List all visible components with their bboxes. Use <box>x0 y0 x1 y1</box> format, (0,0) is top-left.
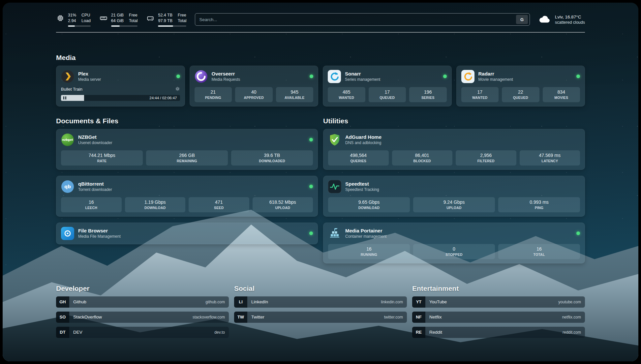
nzbget-icon: nzbget <box>61 133 74 146</box>
cpu-widget: 31%2.94 CPULoad <box>56 13 91 27</box>
stat-queued: 22QUEUED <box>502 87 539 102</box>
service-name: AdGuard Home <box>345 134 382 140</box>
bookmark-abbr: DT <box>56 327 69 338</box>
service-description: Speedtest Tracking <box>345 187 379 192</box>
sonarr-icon <box>328 70 341 83</box>
section-title-entertainment: Entertainment <box>412 285 585 292</box>
bookmark-url: github.com <box>205 300 225 304</box>
status-dot <box>309 138 313 141</box>
ram-progress-bar <box>111 25 138 27</box>
stat-wanted: 17WANTED <box>461 87 499 102</box>
cpu-values: 31%2.94 <box>68 13 76 24</box>
stat-upload: 618.52 MbpsUPLOAD <box>253 197 313 212</box>
bookmark-abbr: GH <box>56 296 69 308</box>
speedtest-icon <box>328 180 341 193</box>
service-card-sonarr[interactable]: Sonarr Series management 485WANTED 17QUE… <box>323 66 452 106</box>
service-description: Movie management <box>478 77 513 82</box>
weather-condition: scattered clouds <box>555 20 585 25</box>
service-name: NZBGet <box>78 134 112 140</box>
service-name: Overseerr <box>212 71 240 76</box>
bookmarks-developer: Developer GH Github github.com SO StackO… <box>56 285 229 342</box>
stat-blocked: 86,401BLOCKED <box>392 150 453 166</box>
stat-queued: 17QUEUED <box>369 87 406 102</box>
bookmark-url: youtube.com <box>558 300 581 304</box>
radarr-icon <box>461 70 474 83</box>
bookmark-abbr: YT <box>412 296 425 308</box>
cpu-progress-bar <box>68 25 91 27</box>
service-card-filebrowser[interactable]: File Browser Media File Management <box>56 223 318 244</box>
service-card-nzbget[interactable]: nzbget NZBGet Usenet downloader 744.21 M… <box>56 129 318 170</box>
search-provider-button[interactable]: G <box>516 15 528 24</box>
service-card-radarr[interactable]: Radarr Movie management 17WANTED 22QUEUE… <box>456 66 585 106</box>
portainer-icon <box>328 227 341 240</box>
search-input[interactable] <box>199 17 516 22</box>
status-dot <box>443 75 447 78</box>
bookmark-reddit[interactable]: RE Reddit reddit.com <box>412 327 585 338</box>
stat-download: 1.19 GbpsDOWNLOAD <box>125 197 186 212</box>
stat-movies: 834MOVIES <box>543 87 580 102</box>
bookmark-url: reddit.com <box>563 330 581 335</box>
search-bar: G <box>195 13 530 26</box>
bookmark-github[interactable]: GH Github github.com <box>56 296 229 308</box>
bookmark-name: YouTube <box>429 299 447 304</box>
plex-icon <box>61 70 74 83</box>
section-title-developer: Developer <box>56 285 229 292</box>
disk-icon <box>146 13 155 24</box>
stat-remaining: 266 GBREMAINING <box>146 150 228 166</box>
bookmark-stackoverflow[interactable]: SO StackOverflow stackoverflow.com <box>56 312 229 323</box>
service-card-overseerr[interactable]: Overseerr Media Requests 21PENDING 40APP… <box>190 66 319 106</box>
service-name: Plex <box>78 71 101 76</box>
bookmark-url: stackoverflow.com <box>193 315 225 319</box>
stat-downloaded: 39.6 TBDOWNLOADED <box>231 150 313 166</box>
service-description: Usenet downloader <box>78 140 112 145</box>
service-card-plex[interactable]: Plex Media server Bullet Train 24:44 / 0… <box>56 66 185 106</box>
service-card-adguard[interactable]: AdGuard Home DNS and adblocking 498,564Q… <box>323 129 585 170</box>
service-name: Sonarr <box>345 71 380 76</box>
bookmark-name: Github <box>73 299 86 304</box>
bookmark-abbr: SO <box>56 312 69 323</box>
status-dot <box>310 75 313 78</box>
playback-progress-bar[interactable]: 24:44 / 02:06:47 <box>61 95 180 101</box>
service-card-qbittorrent[interactable]: qb qBittorrent Torrent downloader 16LEEC… <box>56 176 318 217</box>
bookmark-twitter[interactable]: TW Twitter twitter.com <box>234 312 407 323</box>
service-description: Media File Management <box>78 234 121 239</box>
bookmark-dev[interactable]: DT DEV dev.to <box>56 327 229 338</box>
section-title-documents: Documents & Files <box>56 117 318 125</box>
topbar-divider <box>56 32 585 33</box>
stat-available: 945AVAILABLE <box>276 87 314 102</box>
stat-series: 196SERIES <box>409 87 447 102</box>
section-title-media: Media <box>56 54 585 62</box>
gear-icon[interactable] <box>175 86 180 92</box>
stat-total: 16TOTAL <box>498 244 580 259</box>
bookmark-netflix[interactable]: NF Netflix netflix.com <box>412 312 585 323</box>
bookmark-url: linkedin.com <box>381 300 403 304</box>
now-playing-title: Bullet Train <box>61 87 82 92</box>
service-description: DNS and adblocking <box>345 140 382 145</box>
stat-queries: 498,564QUERIES <box>328 150 389 166</box>
service-description: Media server <box>78 77 101 82</box>
bookmark-linkedin[interactable]: LI LinkedIn linkedin.com <box>234 296 407 308</box>
service-name: qBittorrent <box>78 181 112 187</box>
status-dot <box>576 75 580 78</box>
pause-icon[interactable] <box>63 96 66 99</box>
section-title-utilities: Utilities <box>323 117 585 125</box>
service-card-speedtest[interactable]: Speedtest Speedtest Tracking 9.65 GbpsDO… <box>323 176 585 217</box>
topbar: 31%2.94 CPULoad <box>56 3 585 27</box>
stat-filtered: 2,956FILTERED <box>456 150 516 166</box>
cpu-labels: CPULoad <box>81 13 91 24</box>
bookmark-youtube[interactable]: YT YouTube youtube.com <box>412 296 585 308</box>
service-name: Media Portainer <box>345 228 386 233</box>
utilities-column: Utilities AdGuard Home <box>323 117 585 269</box>
ram-labels: FreeTotal <box>129 13 137 24</box>
bookmarks-entertainment: Entertainment YT YouTube youtube.com NF … <box>412 285 585 342</box>
bookmark-name: LinkedIn <box>251 299 268 304</box>
adguard-icon <box>328 133 341 146</box>
media-cards-row: Plex Media server Bullet Train 24:44 / 0… <box>56 66 585 106</box>
stat-seed: 471SEED <box>189 197 249 212</box>
dashboard-window: 31%2.94 CPULoad <box>3 3 638 361</box>
stat-ping: 0.993 msPING <box>498 197 580 212</box>
status-dot <box>576 231 580 235</box>
stat-download: 9.65 GbpsDOWNLOAD <box>328 197 410 212</box>
service-card-portainer[interactable]: Media Portainer Container management 16R… <box>323 223 585 263</box>
bookmark-url: twitter.com <box>384 315 403 319</box>
